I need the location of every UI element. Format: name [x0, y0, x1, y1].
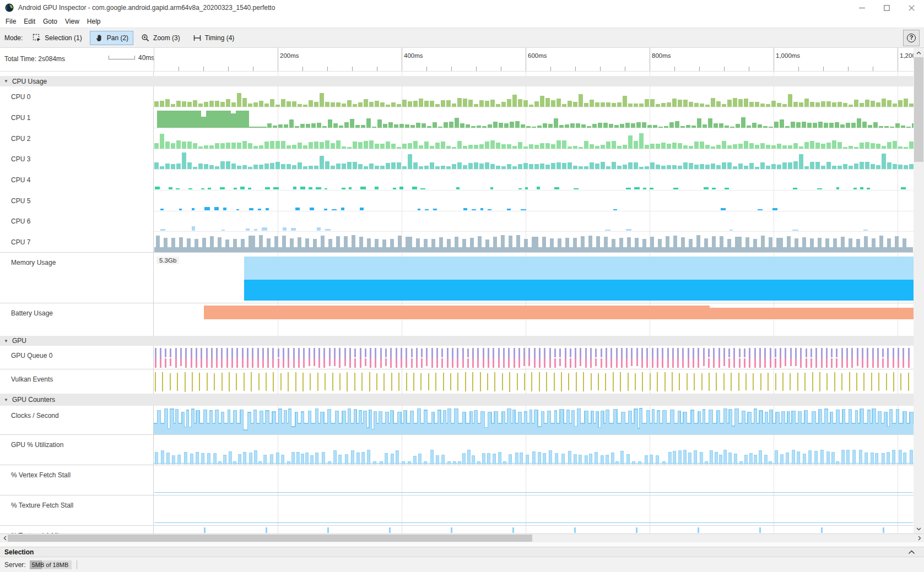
track-chart [154, 465, 914, 495]
track-chart-area[interactable] [154, 190, 914, 211]
menu-help[interactable]: Help [83, 17, 105, 26]
collapse-selection-button[interactable] [908, 550, 915, 554]
ruler-minor-tick [302, 67, 303, 71]
ruler-major-tick [402, 48, 402, 71]
maximize-button[interactable] [874, 0, 899, 15]
track-row-cpu-0[interactable]: CPU 0 [0, 86, 914, 107]
track-row-cpu-4[interactable]: CPU 4 [0, 170, 914, 190]
ruler-minor-tick [823, 67, 824, 71]
track-chart-area[interactable] [154, 149, 914, 170]
vertical-scroll-thumb[interactable] [914, 57, 923, 162]
track-chart-area[interactable] [154, 107, 914, 128]
section-header-gpu[interactable]: ▼GPU [0, 336, 914, 346]
track-chart-area[interactable] [154, 303, 914, 336]
ruler-minor-tick [749, 67, 749, 71]
ruler-minor-tick [426, 67, 427, 71]
horizontal-scroll-thumb[interactable] [8, 535, 532, 542]
selection-mode-button[interactable]: Selection (1) [28, 31, 87, 45]
track-row-cpu-5[interactable]: CPU 5 [0, 190, 914, 211]
pan-icon [95, 34, 104, 42]
zoom-mode-button[interactable]: Zoom (3) [136, 31, 185, 45]
track-chart-area[interactable] [154, 86, 914, 107]
selection-icon [33, 34, 41, 42]
collapse-triangle-icon: ▼ [4, 79, 8, 84]
track-chart-area[interactable] [154, 128, 914, 149]
track-row-memory-usage[interactable]: Memory Usage5.3Gb [0, 253, 914, 303]
horizontal-scrollbar[interactable] [0, 533, 924, 542]
section-header-gpu-counters[interactable]: ▼GPU Counters [0, 394, 914, 406]
ruler-minor-tick [228, 67, 229, 71]
track-chart-area[interactable] [154, 495, 914, 525]
track-label: % Texture Fetch Stall [0, 495, 154, 525]
track-chart-area[interactable] [154, 346, 914, 369]
track-chart-area[interactable] [154, 465, 914, 495]
server-label: Server: [4, 561, 26, 569]
ruler-minor-tick [575, 67, 576, 71]
track-label: CPU 3 [0, 149, 154, 170]
ruler-minor-tick [253, 67, 253, 71]
ruler-minor-tick [724, 67, 725, 71]
minimize-button[interactable] [850, 0, 874, 15]
track-chart-area[interactable] [154, 435, 914, 465]
ruler-tick-label: 1,200ms [900, 52, 914, 59]
timeline-ruler[interactable]: Total Time: 2s084ms 40ms 200ms400ms600ms… [0, 48, 914, 72]
track-row-cpu-6[interactable]: CPU 6 [0, 211, 914, 232]
ruler-minor-tick [501, 67, 501, 71]
ruler-minor-tick [699, 67, 700, 71]
ruler-major-tick [650, 48, 650, 71]
track-chart-area[interactable]: 5.3Gb [154, 253, 914, 303]
track-chart-area[interactable] [154, 232, 914, 252]
track-row-vulkan-events[interactable]: Vulkan Events [0, 369, 914, 394]
scroll-up-button[interactable] [914, 48, 924, 57]
track-row--texture-l1-miss[interactable]: % Texture L1 Miss [0, 526, 914, 533]
timing-mode-button[interactable]: Timing (4) [188, 31, 240, 45]
pan-mode-button[interactable]: Pan (2) [90, 31, 133, 45]
track-label: CPU 0 [0, 86, 154, 107]
track-row--vertex-fetch-stall[interactable]: % Vertex Fetch Stall [0, 465, 914, 495]
timeline-tracks-panel[interactable]: ▼CPU UsageCPU 0CPU 1CPU 2CPU 3CPU 4CPU 5… [0, 72, 914, 533]
track-row-gpu-utilization[interactable]: GPU % Utilization [0, 435, 914, 465]
track-chart [154, 128, 914, 149]
close-button[interactable] [899, 0, 924, 15]
track-row-cpu-2[interactable]: CPU 2 [0, 128, 914, 149]
track-chart-area[interactable] [154, 369, 914, 394]
track-row-gpu-queue-0[interactable]: GPU Queue 0 [0, 346, 914, 369]
track-label: CPU 5 [0, 190, 154, 211]
help-icon: ? [907, 34, 916, 42]
track-chart-area[interactable] [154, 211, 914, 232]
track-row-cpu-3[interactable]: CPU 3 [0, 149, 914, 170]
track-row-cpu-1[interactable]: CPU 1 [0, 107, 914, 128]
section-header-cpu-usage[interactable]: ▼CPU Usage [0, 76, 914, 86]
ruler-minor-tick [848, 67, 849, 71]
ruler-minor-tick [327, 67, 328, 71]
track-chart-area[interactable] [154, 406, 914, 434]
track-row-battery-usage[interactable]: Battery Usage [0, 303, 914, 336]
track-label: Vulkan Events [0, 369, 154, 394]
track-chart [154, 495, 914, 526]
track-chart-area[interactable] [154, 170, 914, 190]
ruler-minor-tick [798, 67, 799, 71]
menu-view[interactable]: View [61, 17, 83, 26]
track-row-cpu-7[interactable]: CPU 7 [0, 232, 914, 253]
vertical-scrollbar[interactable] [914, 48, 924, 533]
menu-edit[interactable]: Edit [20, 17, 39, 26]
menu-file[interactable]: File [2, 17, 20, 26]
section-header-label: GPU Counters [12, 396, 55, 404]
track-label: CPU 6 [0, 211, 154, 232]
track-row--texture-fetch-stall[interactable]: % Texture Fetch Stall [0, 495, 914, 526]
track-row-clocks-second[interactable]: Clocks / Second [0, 406, 914, 435]
panel-gap [0, 542, 924, 547]
ruler-minor-tick [476, 67, 477, 71]
scroll-right-button[interactable] [915, 534, 924, 542]
help-button[interactable]: ? [903, 30, 920, 46]
scroll-down-button[interactable] [914, 524, 924, 533]
selection-mode-label: Selection (1) [45, 34, 82, 42]
menu-goto[interactable]: Goto [39, 17, 61, 26]
chevron-up-icon [908, 550, 915, 554]
selection-panel-header[interactable]: Selection [0, 547, 924, 557]
track-chart [154, 303, 914, 336]
track-chart [154, 369, 914, 394]
track-chart-area[interactable] [154, 526, 914, 533]
timing-mode-label: Timing (4) [205, 34, 235, 42]
ruler-major-tick [526, 48, 526, 71]
